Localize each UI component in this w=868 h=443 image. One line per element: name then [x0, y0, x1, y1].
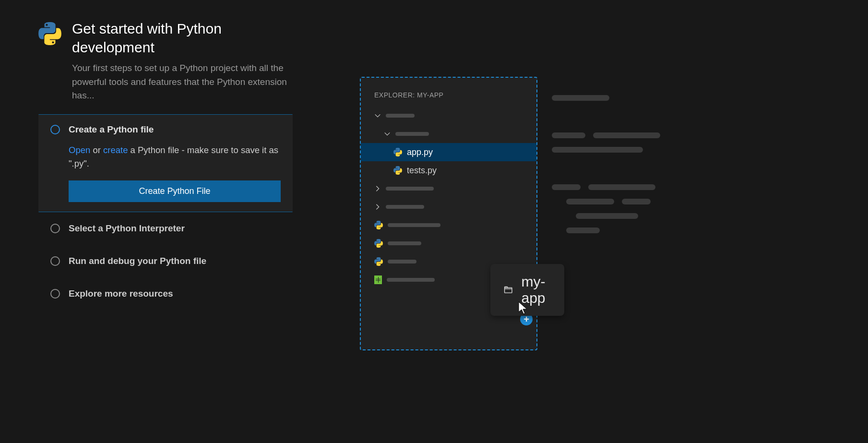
illustration-panel: EXPLORER: MY-APP app.py	[360, 77, 725, 350]
step-status-circle-icon	[50, 256, 60, 266]
tree-folder-row	[361, 107, 536, 125]
tree-file-row-selected: app.py	[361, 143, 536, 161]
tree-file-row	[361, 234, 536, 252]
create-python-file-button[interactable]: Create Python File	[69, 180, 281, 202]
step-title: Explore more resources	[69, 288, 173, 299]
step-status-circle-icon	[50, 224, 60, 233]
tree-folder-row	[361, 198, 536, 216]
chevron-right-icon	[374, 185, 381, 192]
explorer-frame: EXPLORER: MY-APP app.py	[360, 77, 537, 350]
python-file-icon	[393, 166, 402, 175]
spreadsheet-file-icon	[374, 275, 382, 284]
explorer-label: EXPLORER: MY-APP	[361, 91, 536, 99]
step-create-file[interactable]: Create a Python file Open or create a Py…	[38, 114, 293, 212]
step-title: Create a Python file	[69, 124, 154, 135]
steps-list: Create a Python file Open or create a Py…	[38, 114, 293, 310]
step-status-circle-icon	[50, 125, 60, 134]
step-explore-resources[interactable]: Explore more resources	[38, 277, 293, 310]
python-file-icon	[393, 148, 402, 156]
page-title: Get started with Python development	[72, 19, 293, 57]
chevron-down-icon	[374, 112, 381, 119]
chevron-right-icon	[374, 204, 381, 210]
step-title: Run and debug your Python file	[69, 256, 206, 266]
create-link[interactable]: create	[103, 145, 128, 155]
open-link[interactable]: Open	[69, 145, 90, 155]
step-select-interpreter[interactable]: Select a Python Interpreter	[38, 212, 293, 245]
page-subtitle: Your first steps to set up a Python proj…	[72, 61, 293, 103]
tree-file-row	[361, 216, 536, 234]
python-logo-icon	[38, 22, 61, 103]
step-title: Select a Python Interpreter	[69, 223, 185, 234]
tree-folder-row	[361, 180, 536, 198]
cursor-icon	[518, 301, 529, 315]
chevron-down-icon	[384, 131, 391, 137]
python-file-icon	[374, 257, 383, 266]
python-file-icon	[374, 239, 383, 248]
folder-icon	[504, 283, 512, 297]
python-file-icon	[374, 221, 383, 229]
file-name: tests.py	[407, 166, 437, 176]
file-name: app.py	[407, 147, 433, 157]
code-placeholder-lines	[552, 95, 660, 233]
tree-folder-row	[361, 125, 536, 143]
step-status-circle-icon	[50, 289, 60, 299]
step-run-debug[interactable]: Run and debug your Python file	[38, 245, 293, 277]
step-description: Open or create a Python file - make sure…	[69, 144, 281, 171]
tree-file-row: tests.py	[361, 161, 536, 180]
